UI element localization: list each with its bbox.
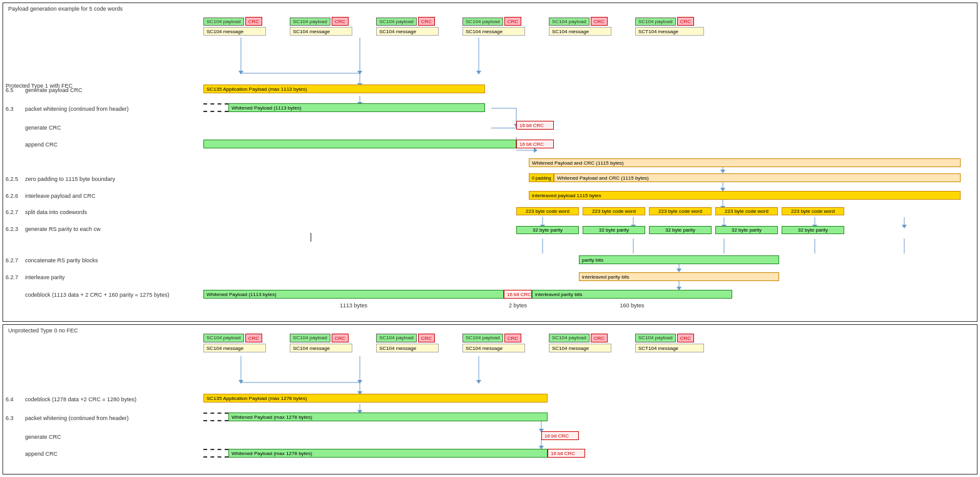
b-payload-4: SC104 payload — [462, 334, 503, 342]
step-label-codeblock: codeblock (1113 data + 2 CRC + 160 parit… — [25, 291, 169, 298]
crc-label-6: CRC — [677, 17, 694, 26]
b-step-6-3: 6.3 — [6, 414, 14, 421]
step-label-6-2-6: interleave payload and CRC — [25, 192, 96, 199]
b-crc-4: CRC — [504, 334, 521, 342]
step-label-append-crc: append CRC — [25, 141, 58, 148]
message-3: SC104 message — [376, 27, 439, 36]
cw-5: 223 byte code word — [782, 207, 844, 215]
interleaved-parity-bar: interleaved parity bits — [579, 272, 779, 281]
payload-group-1: SC104 payload CRC SC104 message — [203, 17, 266, 36]
message-2: SC104 message — [290, 27, 352, 36]
parity-row: 32 byte parity 32 byte parity 32 byte pa… — [516, 226, 844, 234]
payload-groups-row1: SC104 payload CRC SC104 message SC104 pa… — [203, 17, 704, 36]
step-6-2-5: 6.2.5 — [6, 175, 18, 182]
step-label-6-2-7c: interleave parity — [25, 274, 65, 280]
payload-label-1: SC104 payload — [203, 18, 244, 26]
svg-marker-44 — [238, 380, 243, 384]
crc-label-1: CRC — [245, 17, 262, 26]
whitened-payload-row: Whitened Payload (1113 bytes) — [203, 103, 485, 112]
size-labels: 1113 bytes 2 bytes 160 bytes — [203, 302, 732, 309]
payload-label-6: SC104 payload — [635, 18, 676, 26]
crc-16bit-box: 16 bit CRC — [516, 121, 554, 130]
message-5: SC104 message — [549, 27, 611, 36]
b-append-crc-row: Whitened Payload (max 1278 bytes) 16 bit… — [203, 449, 585, 458]
b-payload-1: SC104 payload — [203, 334, 244, 342]
crc-label-5: CRC — [591, 17, 608, 26]
payload-label-2: SC104 payload — [290, 18, 330, 26]
cursor-marker: | — [310, 232, 312, 242]
step-num-6-5: 6.5 — [6, 87, 14, 93]
step-6-2-7a: 6.2.7 — [6, 208, 18, 215]
b-payload-6: SC104 payload — [635, 334, 676, 342]
step-label-6-5: generate payload CRC — [25, 86, 83, 93]
whitened-crc-bar: Whitened Payload and CRC (1115 bytes) — [529, 158, 961, 167]
append-crc-row: 16 bit CRC — [203, 140, 554, 148]
step-6-2-3: 6.2.3 — [6, 225, 18, 232]
b-step-label-append-crc: append CRC — [25, 450, 58, 457]
parity-4: 32 byte parity — [715, 226, 778, 234]
bottom-payload-groups: SC104 payload CRC SC104 message SC104 pa… — [203, 334, 704, 352]
crc-label-2: CRC — [332, 17, 349, 26]
b-whitened-payload-row: Whitened Payload (max 1278 bytes) — [203, 413, 548, 421]
step-label-6-3: packet whitening (continued from header) — [25, 105, 129, 112]
parity-3: 32 byte parity — [649, 226, 712, 234]
svg-marker-1 — [238, 71, 243, 74]
payload-group-5: SC104 payload CRC SC104 message — [549, 17, 611, 36]
b-payload-5: SC104 payload — [549, 334, 590, 342]
step-6-4: 6.4 — [6, 396, 14, 403]
svg-marker-5 — [476, 71, 481, 74]
b-payload-2: SC104 payload — [290, 334, 330, 342]
top-section-title: Payload generation example for 5 code wo… — [8, 6, 123, 12]
bottom-section-title: Unprotected Type 0 no FEC — [8, 327, 78, 334]
codeblock-bar: Whitened Payload (1113 bytes) 16 bit CRC… — [203, 290, 732, 299]
b-payload-3: SC104 payload — [376, 334, 417, 342]
b-step-label-6-3: packet whitening (continued from header) — [25, 414, 129, 421]
main-container: Payload generation example for 5 code wo… — [0, 0, 980, 477]
zero-padding-row: 0 padding Whitened Payload and CRC (1115… — [529, 173, 961, 182]
crc-label-4: CRC — [504, 17, 521, 26]
payload-group-6: SC104 payload CRC SCT104 message — [635, 17, 704, 36]
message-6: SCT104 message — [635, 27, 704, 36]
payload-label-4: SC104 payload — [462, 18, 503, 26]
parity-1: 32 byte parity — [516, 226, 579, 234]
payload-group-2: SC104 payload CRC SC104 message — [290, 17, 352, 36]
bottom-section: Unprotected Type 0 no FEC — [3, 324, 977, 474]
parity-2: 32 byte parity — [583, 226, 645, 234]
payload-group-3: SC104 payload CRC SC104 message — [376, 17, 439, 36]
step-label-6-2-7b: concatenate RS parity blocks — [25, 257, 98, 264]
step-6-3: 6.3 — [6, 105, 14, 112]
step-6-5: 6.5 — [6, 86, 14, 93]
step-6-2-6: 6.2.6 — [6, 192, 18, 199]
step-label-6-2-3: generate RS parity to each cw — [25, 225, 101, 232]
b-crc-3: CRC — [418, 334, 435, 342]
svg-marker-33 — [902, 225, 907, 228]
step-label-6-4: codeblock (1278 data +2 CRC = 1280 bytes… — [25, 396, 136, 403]
crc-label-3: CRC — [418, 17, 435, 26]
b-crc-1: CRC — [245, 334, 262, 342]
svg-marker-48 — [476, 380, 481, 384]
b-app-payload-bar: SC135 Application Payload (max 1278 byte… — [203, 394, 548, 403]
message-1: SC104 message — [203, 27, 266, 36]
top-section: Payload generation example for 5 code wo… — [3, 3, 977, 322]
b-crc-16bit-box: 16 bit CRC — [541, 431, 579, 440]
parity-bits-bar: parity bits — [579, 255, 779, 264]
codewords-row: 223 byte code word 223 byte code word 22… — [516, 207, 844, 215]
svg-marker-46 — [357, 380, 362, 384]
b-crc-2: CRC — [332, 334, 349, 342]
payload-label-5: SC104 payload — [549, 18, 590, 26]
step-label-6-2-7a: split data into codewords — [25, 208, 87, 215]
parity-5: 32 byte parity — [782, 226, 844, 234]
step-label-6-2-5: zero padding to 1115 byte boundary — [25, 175, 115, 182]
step-6-2-7b: 6.2.7 — [6, 257, 18, 264]
step-label-gen-crc: generate CRC — [25, 124, 61, 131]
b-crc-5: CRC — [591, 334, 608, 342]
payload-label-3: SC104 payload — [376, 18, 417, 26]
cw-4: 223 byte code word — [715, 207, 778, 215]
cw-2: 223 byte code word — [583, 207, 645, 215]
app-payload-bar: SC135 Application Payload (max 1113 byte… — [203, 85, 485, 93]
step-6-2-7c: 6.2.7 — [6, 274, 18, 280]
cw-3: 223 byte code word — [649, 207, 712, 215]
crc-line — [491, 123, 516, 128]
svg-marker-17 — [534, 148, 538, 153]
interleaved-bar: interleaved payload 1115 bytes — [529, 191, 961, 200]
